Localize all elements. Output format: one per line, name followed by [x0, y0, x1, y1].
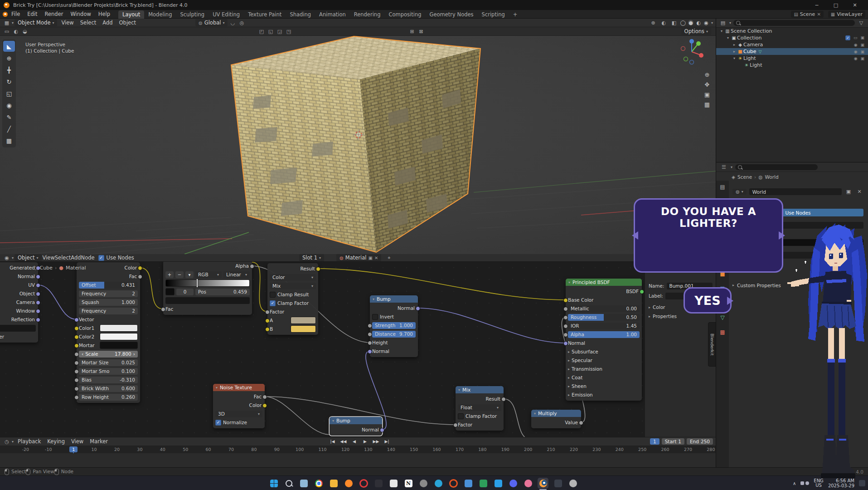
workspace-tab[interactable]: Animation [315, 10, 350, 19]
pan-hand-icon[interactable]: ✥ [703, 80, 711, 88]
node-row-normal[interactable]: Normal [372, 304, 416, 312]
editor-type-icon[interactable]: ▦ [3, 19, 11, 26]
outliner-row-scene-collection[interactable]: ▾▥Scene Collection [716, 28, 868, 34]
taskbar-file-explorer-icon[interactable] [328, 478, 339, 489]
workspace-tab[interactable]: Modeling [144, 10, 176, 19]
outliner-row-light[interactable]: ▾☀Light◉▣ [716, 55, 868, 62]
expand-icon[interactable]: ▾ [725, 36, 731, 40]
node-row-normal[interactable]: Normal [372, 348, 416, 355]
node-row-clamp-result[interactable]: Clamp Result [270, 291, 316, 298]
node-header[interactable]: ▾Noise Texture [213, 384, 265, 391]
vector-socket-icon[interactable] [36, 309, 40, 314]
node-row-generated[interactable]: Generated [0, 264, 36, 271]
node-row-gradient[interactable] [165, 279, 250, 287]
expand-icon[interactable]: ▸ [732, 49, 737, 54]
show-gizmo-icon[interactable]: ⊕ [649, 19, 657, 26]
tool-tweak[interactable]: ◣ [3, 41, 15, 52]
viewport-menu-item[interactable]: Object [116, 20, 139, 26]
viewport-menu-item[interactable]: View [58, 20, 77, 26]
node-row-factor[interactable]: Factor [458, 421, 501, 428]
value-field[interactable]: Strength1.000 [372, 322, 416, 329]
menu-item[interactable]: File [8, 11, 24, 17]
green-socket-icon[interactable] [640, 289, 644, 294]
gray-socket-icon[interactable] [265, 310, 270, 314]
select-sub-icon[interactable]: ◲ [276, 28, 284, 35]
close-button[interactable]: ✕ [845, 0, 864, 10]
color-swatch[interactable] [291, 317, 316, 324]
menu-item[interactable]: Help [95, 11, 114, 17]
node-row-object[interactable]: Object [0, 290, 36, 297]
tool-icon-b[interactable]: ◐ [12, 28, 20, 35]
node-row-darkbar[interactable] [165, 297, 250, 304]
jump-start-button[interactable]: |◀ [328, 438, 337, 445]
node-menu-item[interactable]: Node [81, 255, 95, 261]
ortho-grid-icon[interactable]: ▦ [703, 100, 711, 108]
use-nodes-toggle[interactable]: ✓ Use Nodes [98, 255, 134, 261]
properties-section[interactable]: ▸ Properties [649, 313, 713, 320]
node-row-mix[interactable]: Mix▾ [270, 282, 316, 289]
jump-end-button[interactable]: ▶| [382, 438, 392, 445]
select-add-icon[interactable]: ◱ [267, 28, 275, 35]
menu-item[interactable]: Window [67, 11, 94, 17]
stepper-field[interactable]: ‹Scale17.800› [79, 351, 138, 358]
editor-type-icon[interactable]: ☰ [720, 163, 728, 171]
node-row-color1[interactable]: Color1 [79, 324, 138, 332]
workspace-tab[interactable]: Rendering [350, 10, 385, 19]
vector-socket-icon[interactable] [36, 300, 40, 305]
node-row-window[interactable]: Window [0, 307, 36, 314]
node-row-roughness[interactable]: Roughness0.50 [568, 314, 640, 321]
taskbar-chrome-icon[interactable] [313, 478, 324, 489]
value-field[interactable]: Squash1.000 [79, 299, 138, 306]
node-row-reflection[interactable]: Reflection [0, 316, 36, 323]
shading-rendered-icon[interactable]: ◉ [703, 20, 709, 25]
camera-toggle-icon[interactable]: ▣ [860, 49, 864, 54]
taskbar-task-view-icon[interactable] [298, 478, 309, 489]
gray-socket-icon[interactable] [74, 378, 79, 382]
tool-options-dropdown[interactable]: Options▾ [681, 28, 711, 35]
yellow-socket-icon[interactable] [74, 326, 79, 331]
eye-toggle-icon[interactable]: ◉ [854, 56, 858, 61]
viewport-menu-item[interactable]: Select [77, 20, 99, 26]
value-field[interactable]: Frequency2 [79, 290, 138, 297]
camera-toggle-icon[interactable]: ▣ [860, 56, 864, 61]
yellow-socket-icon[interactable] [265, 318, 270, 323]
taskbar-blender-icon[interactable] [538, 478, 548, 489]
node-texture-coordinate[interactable]: GeneratedNormalUVObjectCameraWindowRefle… [0, 262, 38, 343]
tool-move[interactable]: ╋ [3, 64, 15, 75]
tool-rotate[interactable]: ↻ [3, 76, 15, 87]
node-row-instancer[interactable]: Instancer [0, 333, 36, 340]
vector-socket-icon[interactable] [36, 292, 40, 296]
dropdown-field[interactable]: Mix▾ [270, 283, 316, 289]
shading-material-icon[interactable]: ◐ [696, 20, 701, 25]
node-row-normal[interactable]: Normal [568, 339, 640, 347]
node-row-brick-width[interactable]: Brick Width0.600 [79, 385, 138, 392]
taskbar-phone-link-icon[interactable] [553, 478, 563, 489]
frame-end-field[interactable]: End250 [687, 438, 713, 445]
play-button[interactable]: ▶ [360, 438, 370, 445]
yellow-socket-icon[interactable] [563, 298, 568, 303]
screen-toggle-icon[interactable]: ▭ [853, 35, 858, 40]
checkbox-icon[interactable] [372, 314, 378, 320]
xray-icon[interactable]: ◧ [670, 19, 678, 26]
editor-type-icon[interactable]: ◷ [3, 438, 11, 445]
tool-measure[interactable]: ╱ [3, 123, 15, 134]
vector-socket-icon[interactable] [36, 283, 40, 288]
material-datablock[interactable]: ◍ Material ▣ ✕ [336, 254, 381, 261]
yellow-socket-icon[interactable] [138, 266, 142, 270]
outliner-row-camera[interactable]: ▸◆Camera◉▣ [716, 41, 868, 48]
node-row-a[interactable]: A [270, 317, 316, 324]
workspace-tab[interactable]: Geometry Nodes [426, 10, 478, 19]
mode-dropdown[interactable]: Object Mode▾ [15, 19, 57, 26]
node-header[interactable]: ▾Bump [370, 295, 418, 303]
node-multiply[interactable]: ▾MultiplyValue [531, 410, 581, 428]
interpolation-dropdown[interactable]: Linear▾ [223, 271, 250, 278]
node-row-float[interactable]: Float▾ [458, 404, 501, 411]
viewport-3d-canvas[interactable]: User Perspective (1) Collection | Cube ◣… [0, 36, 716, 254]
value-field[interactable]: IOR1.45 [568, 323, 640, 329]
fake-user-icon[interactable]: ▣ [844, 188, 853, 196]
node-row-distance[interactable]: Distance9.700 [372, 330, 416, 338]
unlink-icon[interactable]: ✕ [374, 255, 378, 260]
filter-icon[interactable]: ▽ [857, 20, 865, 27]
dropdown-field[interactable]: 3D▾ [215, 411, 262, 417]
node-row-mortar-smo[interactable]: Mortar Smo0.100 [79, 368, 138, 375]
